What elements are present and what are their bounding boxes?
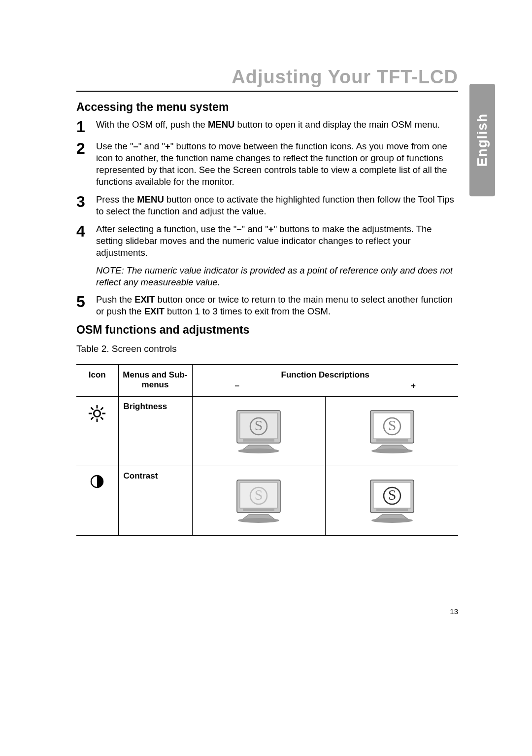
th-desc-label: Function Descriptions — [196, 370, 456, 380]
steps-list-continued: 5 Push the EXIT button once or twice to … — [76, 294, 458, 317]
svg-rect-20 — [376, 439, 408, 442]
svg-text:S: S — [255, 417, 263, 433]
th-menus: Menus and Sub-menus — [118, 365, 192, 396]
table-row: Brightness S — [76, 396, 458, 466]
desc-cell-plus: S — [326, 466, 459, 535]
svg-point-22 — [371, 448, 413, 453]
svg-text:S: S — [388, 417, 396, 433]
step-text: Push the EXIT button once or twice to re… — [96, 294, 458, 317]
step-number: 3 — [76, 194, 96, 209]
svg-line-8 — [101, 407, 103, 410]
svg-line-5 — [91, 407, 94, 410]
table-row: Contrast S — [76, 466, 458, 535]
desc-cell-plus: S — [326, 396, 459, 466]
step-item: 4 After selecting a function, use the "–… — [76, 223, 458, 259]
page-title: Adjusting Your TFT-LCD — [76, 67, 458, 92]
svg-rect-35 — [376, 509, 408, 511]
svg-point-0 — [94, 410, 100, 416]
step-text: Use the "–" and "+" buttons to move betw… — [96, 140, 458, 188]
svg-text:S: S — [255, 486, 263, 503]
monitor-highcontrast-icon: S — [363, 476, 422, 525]
svg-line-7 — [91, 417, 94, 419]
svg-point-37 — [371, 518, 413, 523]
svg-point-15 — [238, 448, 279, 453]
monitor-dim-icon: S — [229, 407, 288, 456]
desc-cell-minus: S — [192, 396, 326, 466]
th-desc: Function Descriptions – + — [192, 365, 458, 396]
svg-rect-13 — [243, 439, 274, 442]
step-item: 1 With the OSM off, push the MENU button… — [76, 119, 458, 135]
language-tab: English — [469, 84, 495, 196]
icon-cell — [76, 396, 118, 466]
step-number: 5 — [76, 294, 96, 309]
steps-list: 1 With the OSM off, push the MENU button… — [76, 119, 458, 259]
th-minus: – — [235, 381, 239, 391]
section-heading-osm: OSM functions and adjustments — [76, 323, 458, 337]
screen-controls-table: Icon Menus and Sub-menus Function Descri… — [76, 364, 458, 536]
page-number: 13 — [450, 607, 458, 616]
monitor-bright-icon: S — [363, 407, 422, 456]
svg-text:S: S — [388, 486, 396, 503]
table-caption: Table 2. Screen controls — [76, 344, 458, 354]
svg-line-6 — [101, 417, 103, 419]
th-plus: + — [411, 381, 416, 391]
icon-cell — [76, 466, 118, 535]
svg-rect-28 — [243, 509, 274, 511]
menu-cell: Brightness — [118, 396, 192, 466]
step-number: 1 — [76, 119, 96, 135]
step-item: 2 Use the "–" and "+" buttons to move be… — [76, 140, 458, 188]
brightness-icon — [88, 404, 106, 423]
step-number: 2 — [76, 140, 96, 156]
step-number: 4 — [76, 223, 96, 239]
desc-cell-minus: S — [192, 466, 326, 535]
svg-point-30 — [238, 518, 279, 523]
contrast-icon — [89, 474, 105, 489]
section-heading-accessing: Accessing the menu system — [76, 101, 458, 114]
step-item: 5 Push the EXIT button once or twice to … — [76, 294, 458, 317]
menu-cell: Contrast — [118, 466, 192, 535]
step-text: After selecting a function, use the "–" … — [96, 223, 458, 259]
step-text: With the OSM off, push the MENU button t… — [96, 119, 458, 131]
note-text: NOTE: The numeric value indicator is pro… — [96, 265, 458, 288]
monitor-lowcontrast-icon: S — [229, 476, 288, 525]
step-text: Press the MENU button once to activate t… — [96, 194, 458, 217]
th-icon: Icon — [76, 365, 118, 396]
step-item: 3 Press the MENU button once to activate… — [76, 194, 458, 217]
